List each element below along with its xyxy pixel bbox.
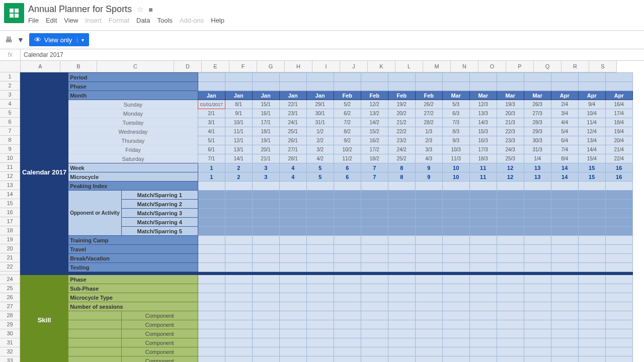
cell[interactable]: 14/1	[225, 154, 252, 163]
cell[interactable]	[252, 329, 279, 338]
cell[interactable]: 4	[279, 172, 306, 182]
cell[interactable]: Feb	[334, 91, 361, 100]
cell[interactable]: 5/3	[442, 100, 469, 109]
cell[interactable]	[497, 356, 524, 363]
cell[interactable]	[252, 245, 279, 254]
cell[interactable]	[388, 263, 415, 272]
menu-file[interactable]: File	[28, 17, 39, 24]
cell[interactable]	[334, 293, 361, 302]
cell[interactable]: Match/Sparring 5	[121, 227, 198, 236]
cell[interactable]	[225, 347, 252, 356]
cell[interactable]: 15/2	[361, 127, 388, 136]
cell[interactable]	[334, 302, 361, 311]
cell[interactable]	[388, 236, 415, 245]
cell[interactable]	[334, 254, 361, 263]
cell[interactable]	[306, 245, 334, 254]
cell[interactable]	[578, 218, 605, 227]
cell[interactable]	[469, 320, 497, 329]
cell[interactable]: 8	[388, 172, 415, 182]
cell[interactable]: 22/3	[497, 127, 524, 136]
cell[interactable]: 18/1	[252, 127, 279, 136]
cell[interactable]: 2/2	[306, 136, 334, 145]
cell[interactable]	[68, 356, 122, 363]
cell[interactable]	[415, 245, 442, 254]
col-header[interactable]: L	[395, 61, 423, 72]
cell[interactable]	[578, 275, 605, 284]
cell[interactable]	[551, 254, 578, 263]
col-header[interactable]: B	[60, 61, 97, 72]
cell[interactable]	[388, 227, 415, 236]
cell[interactable]	[361, 329, 388, 338]
cell[interactable]: 4/4	[551, 118, 578, 127]
cell[interactable]	[605, 311, 632, 320]
cell[interactable]: 7/1	[198, 154, 225, 163]
cell[interactable]	[415, 284, 442, 293]
cell[interactable]	[497, 227, 524, 236]
row-header[interactable]: 21	[0, 253, 20, 262]
cell[interactable]	[578, 347, 605, 356]
row-header[interactable]: 24	[0, 275, 20, 284]
cell[interactable]: Match/Sparring 2	[121, 200, 198, 209]
row-header[interactable]: 20	[0, 244, 20, 253]
cell[interactable]	[306, 275, 334, 284]
cell[interactable]	[605, 200, 632, 209]
cell[interactable]	[442, 356, 469, 363]
cell[interactable]: Thursday	[68, 136, 198, 145]
cell[interactable]	[415, 293, 442, 302]
col-header[interactable]: M	[423, 61, 451, 72]
row-header[interactable]: 4	[0, 100, 20, 109]
col-header[interactable]: P	[506, 61, 534, 72]
cell[interactable]: 13/2	[361, 109, 388, 118]
cell[interactable]: 17/1	[252, 118, 279, 127]
cell[interactable]	[605, 236, 632, 245]
cell[interactable]: 16/1	[252, 109, 279, 118]
cell[interactable]	[524, 73, 551, 82]
cell[interactable]: 11/2	[334, 154, 361, 163]
cell[interactable]	[361, 227, 388, 236]
cell[interactable]	[442, 209, 469, 218]
cell[interactable]	[469, 73, 497, 82]
cell[interactable]	[306, 236, 334, 245]
cell[interactable]: 21/3	[497, 118, 524, 127]
cell[interactable]: 30/1	[306, 109, 334, 118]
cell[interactable]	[388, 191, 415, 200]
cell[interactable]: 12/4	[578, 127, 605, 136]
cell[interactable]: Saturday	[68, 154, 198, 163]
cell[interactable]: 10/4	[578, 109, 605, 118]
cell[interactable]	[605, 329, 632, 338]
sheets-logo[interactable]	[4, 3, 24, 23]
cell[interactable]	[605, 338, 632, 347]
cell[interactable]	[578, 302, 605, 311]
cell[interactable]: 8/3	[442, 127, 469, 136]
cell[interactable]	[252, 191, 279, 200]
cell[interactable]	[334, 347, 361, 356]
cell[interactable]	[578, 284, 605, 293]
cell[interactable]	[605, 254, 632, 263]
cell[interactable]: 3/3	[415, 145, 442, 154]
cell[interactable]: Peaking Index	[68, 182, 198, 191]
cell[interactable]	[497, 218, 524, 227]
cell[interactable]: Calendar 2017	[21, 73, 68, 272]
cell[interactable]	[68, 329, 122, 338]
cell[interactable]	[415, 311, 442, 320]
cell[interactable]: 01/01/2017	[198, 100, 225, 109]
cell[interactable]: 20/2	[388, 109, 415, 118]
cell[interactable]	[497, 302, 524, 311]
cell[interactable]: Wednesday	[68, 127, 198, 136]
cell[interactable]	[497, 338, 524, 347]
cell[interactable]	[306, 329, 334, 338]
cell[interactable]	[252, 263, 279, 272]
cell[interactable]	[198, 182, 225, 191]
cell[interactable]	[252, 182, 279, 191]
cell[interactable]: Apr	[551, 91, 578, 100]
cell[interactable]	[361, 182, 388, 191]
cell[interactable]: Jan	[198, 91, 225, 100]
cell[interactable]	[306, 302, 334, 311]
cell[interactable]	[442, 73, 469, 82]
cell[interactable]	[578, 320, 605, 329]
cell[interactable]: 6/1	[198, 145, 225, 154]
cell[interactable]	[605, 263, 632, 272]
cell[interactable]: Number of sessions	[68, 302, 198, 311]
cell[interactable]: 24/1	[279, 118, 306, 127]
cell[interactable]	[198, 263, 225, 272]
